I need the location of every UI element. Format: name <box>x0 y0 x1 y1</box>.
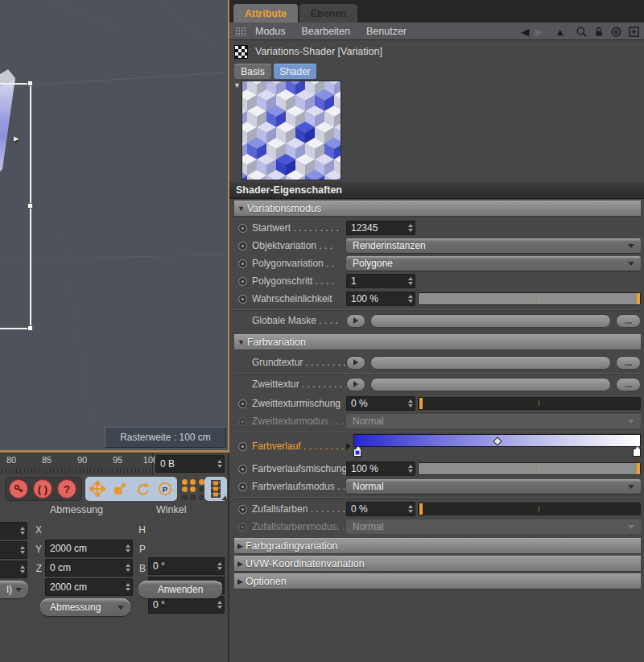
preview-expand-icon[interactable]: ▼ <box>233 81 241 89</box>
stepper-icon[interactable] <box>408 224 413 232</box>
timeline-ruler[interactable]: 80 85 90 95 100 <box>0 453 153 475</box>
stepper-icon[interactable] <box>408 277 413 285</box>
param-row-farbverlaufsmischung: Farbverlaufsmischung 100 % <box>234 460 641 478</box>
b-angle-field[interactable]: 0 ° <box>148 596 225 614</box>
right-arrow-icon <box>353 381 358 387</box>
stepper-icon[interactable] <box>408 295 413 303</box>
cube-object[interactable] <box>0 64 48 177</box>
gradient-knot-blue[interactable] <box>353 449 361 457</box>
texture-expand-button[interactable] <box>346 378 365 391</box>
section-optionen[interactable]: ▶ Optionen <box>234 573 641 590</box>
gradient-widget[interactable] <box>353 434 641 458</box>
subtab-shader[interactable]: Shader <box>274 64 316 79</box>
grundtextur-field[interactable] <box>370 356 611 370</box>
tab-attribute[interactable]: Attribute <box>233 4 298 23</box>
stepper-icon[interactable] <box>408 465 413 473</box>
stepper-icon[interactable] <box>408 399 413 408</box>
polygonschritt-field[interactable]: 1 <box>346 274 415 288</box>
stepper-icon[interactable] <box>408 505 413 513</box>
record-rotation-button[interactable] <box>131 478 154 500</box>
stepper-icon[interactable] <box>217 601 222 609</box>
stepper-icon[interactable] <box>126 583 130 591</box>
zweittextur-field[interactable] <box>370 378 611 391</box>
stepper-icon[interactable] <box>217 460 222 468</box>
param-label: Globale Maske . . . . <box>252 315 346 326</box>
gradient-expand-icon[interactable] <box>346 443 351 449</box>
record-scale-button[interactable] <box>109 478 131 500</box>
texture-expand-button[interactable] <box>346 314 365 328</box>
zweittexturmischung-slider[interactable] <box>418 397 641 410</box>
gradient-knot-white[interactable] <box>633 449 641 457</box>
lock-icon[interactable] <box>593 26 605 38</box>
keyframe-radio-icon[interactable] <box>238 224 247 233</box>
globale-maske-texture-field[interactable] <box>370 314 611 328</box>
cut-field[interactable] <box>0 561 27 578</box>
keyframe-radio-icon[interactable] <box>238 259 247 268</box>
keyframe-presets-button[interactable] <box>204 477 227 501</box>
subtab-basis[interactable]: Basis <box>234 64 271 79</box>
search-icon[interactable] <box>576 26 588 38</box>
objektvariation-dropdown[interactable]: Renderinstanzen <box>346 238 641 253</box>
coordinate-system-dropdown[interactable]: l) <box>0 581 28 598</box>
keyframe-radio-icon[interactable] <box>238 482 247 491</box>
farbverlaufsmischung-field[interactable]: 100 % <box>346 461 415 476</box>
wahrscheinlichkeit-slider[interactable] <box>418 292 641 305</box>
frame-field[interactable]: 0 B <box>155 455 225 473</box>
grip-icon[interactable] <box>235 27 247 36</box>
menu-modus[interactable]: Modus <box>255 26 286 37</box>
selection-handle-mid[interactable] <box>27 203 33 209</box>
farbverlaufsmischung-slider[interactable] <box>418 462 641 475</box>
cut-field[interactable] <box>0 541 27 559</box>
wahrscheinlichkeit-field[interactable]: 100 % <box>346 292 415 306</box>
record-position-button[interactable] <box>86 478 109 500</box>
section-uvw-koordinatenvariation[interactable]: ▶ UVW-Koordinatenvariation <box>234 556 641 572</box>
keyframe-radio-icon[interactable] <box>238 465 247 474</box>
keyframe-radio-icon[interactable] <box>238 505 247 514</box>
selection-handle-bottom[interactable] <box>27 325 33 331</box>
polygonvariation-dropdown[interactable]: Polygone <box>346 256 641 271</box>
point-level-animation-button[interactable] <box>180 478 206 501</box>
browse-button[interactable]: ... <box>616 314 641 328</box>
stepper-icon[interactable] <box>20 527 25 535</box>
menu-benutzer[interactable]: Benutzer <box>366 26 407 37</box>
keyframe-radio-icon[interactable] <box>238 242 247 250</box>
browse-button[interactable]: ... <box>616 378 641 391</box>
autokey-button[interactable]: ( ) <box>33 479 52 499</box>
record-keyframe-button[interactable] <box>9 479 28 499</box>
gradient-bias-knot[interactable] <box>493 437 502 445</box>
cut-field[interactable] <box>0 522 27 540</box>
keyframe-radio-icon[interactable] <box>238 295 247 304</box>
menu-bearbeiten[interactable]: Bearbeiten <box>302 26 350 37</box>
up-arrow-icon[interactable]: ▲ <box>555 27 565 37</box>
viewport-3d[interactable]: ▸ Rasterweite : 100 cm <box>0 0 230 453</box>
section-farbgradingvariation[interactable]: ▶ Farbgradingvariation <box>234 538 641 554</box>
browse-button[interactable]: ... <box>616 356 641 370</box>
section-variationsmodus[interactable]: ▼ Variationsmodus <box>234 201 641 217</box>
apply-button[interactable]: Anwenden <box>138 581 222 598</box>
stepper-icon[interactable] <box>20 565 25 573</box>
texture-expand-button[interactable] <box>346 356 365 370</box>
record-parameter-button[interactable]: P <box>154 478 176 500</box>
mode-dropdown[interactable]: Abmessung <box>40 598 130 616</box>
startwert-field[interactable]: 12345 <box>346 221 415 235</box>
zufallsfarben-field[interactable]: 0 % <box>346 502 415 516</box>
keyframe-radio-icon[interactable] <box>238 277 247 286</box>
ruler-mark: 85 <box>42 455 52 465</box>
zufallsfarben-slider[interactable] <box>418 503 641 515</box>
shader-preview[interactable] <box>242 81 341 180</box>
add-panel-icon[interactable] <box>628 26 640 38</box>
gradient-bar[interactable] <box>353 434 641 447</box>
farbverlaufsmodus-dropdown[interactable]: Normal <box>346 479 641 494</box>
history-forward-icon[interactable]: ▶ <box>535 27 543 37</box>
section-farbvariation[interactable]: ▼ Farbvariation <box>234 334 641 350</box>
tab-ebenen[interactable]: Ebenen <box>299 4 357 23</box>
zweittexturmischung-field[interactable]: 0 % <box>346 396 415 411</box>
z-size-field[interactable]: 2000 cm <box>45 578 133 596</box>
keyframe-selection-button[interactable]: ? <box>57 479 76 499</box>
keyframe-radio-icon[interactable] <box>238 399 247 408</box>
keyframe-radio-icon[interactable] <box>238 442 247 451</box>
stepper-icon[interactable] <box>20 546 25 554</box>
history-back-icon[interactable]: ◀ <box>521 27 529 37</box>
target-icon[interactable] <box>610 26 622 38</box>
selection-handle-top[interactable] <box>27 81 33 86</box>
